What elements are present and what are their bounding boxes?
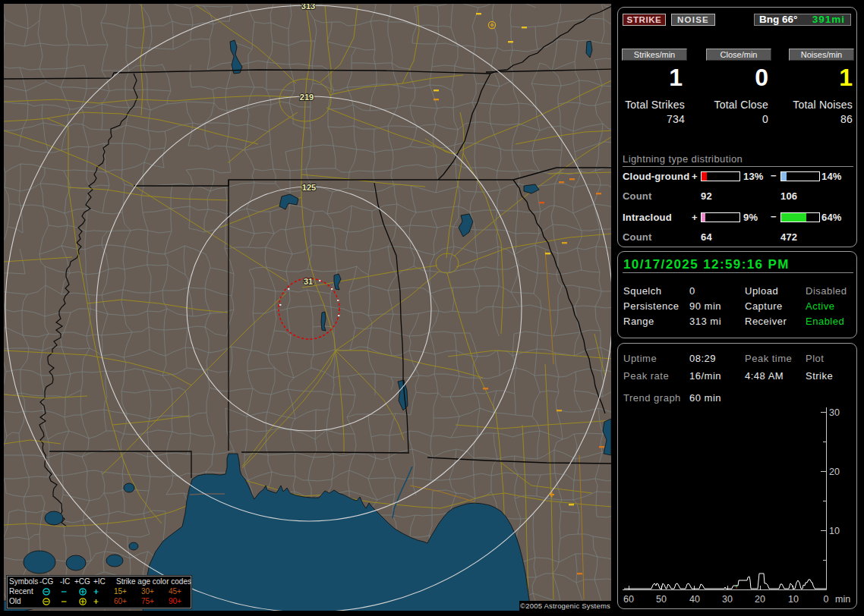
svg-text:60: 60: [623, 594, 634, 605]
svg-text:125: 125: [302, 183, 316, 192]
svg-text:min: min: [835, 594, 850, 605]
svg-text:313: 313: [301, 4, 315, 11]
svg-text:219: 219: [300, 93, 314, 102]
svg-text:30: 30: [829, 407, 840, 418]
svg-text:10: 10: [829, 526, 840, 536]
svg-text:50: 50: [656, 594, 667, 605]
svg-text:10: 10: [788, 594, 799, 605]
svg-text:20: 20: [755, 594, 765, 605]
svg-text:0: 0: [824, 594, 829, 605]
svg-text:40: 40: [689, 594, 700, 605]
svg-text:30: 30: [722, 594, 733, 605]
svg-text:20: 20: [829, 467, 840, 477]
svg-text:31: 31: [304, 277, 313, 286]
